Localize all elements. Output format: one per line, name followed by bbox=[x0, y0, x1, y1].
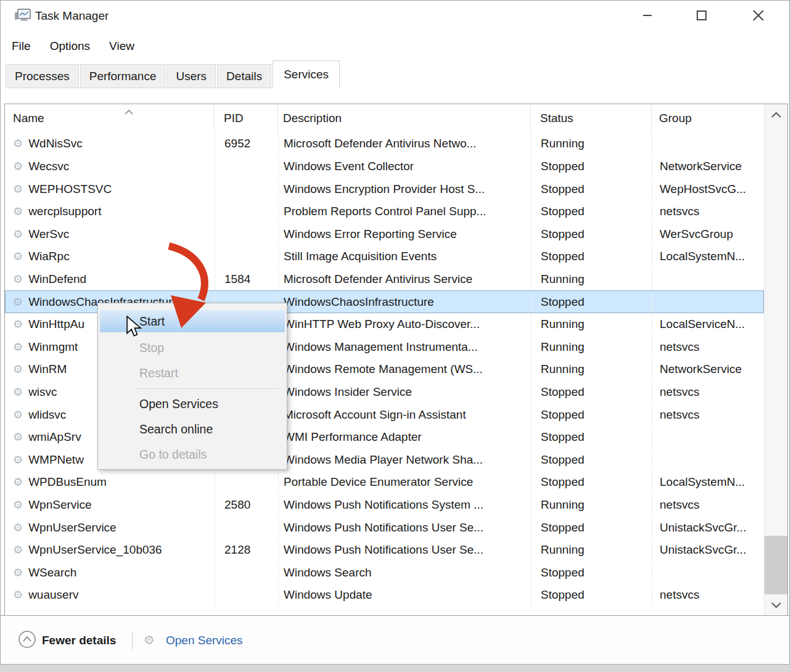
menu-bar: File Options View bbox=[12, 36, 134, 56]
service-description: Windows Error Reporting Service bbox=[279, 223, 531, 245]
service-row[interactable]: ⚙ WinDefend 1584 Microsoft Defender Anti… bbox=[5, 268, 764, 291]
minimize-button[interactable] bbox=[628, 1, 666, 30]
tab-performance[interactable]: Performance bbox=[80, 64, 166, 88]
context-menu-item-go-to-details[interactable]: Go to details bbox=[98, 442, 287, 467]
service-gear-icon: ⚙ bbox=[13, 229, 23, 240]
menubar-item-view[interactable]: View bbox=[109, 39, 134, 53]
service-row[interactable]: ⚙ WpnService 2580 Windows Push Notificat… bbox=[5, 494, 764, 517]
service-row[interactable]: ⚙ WEPHOSTSVC Windows Encryption Provider… bbox=[5, 178, 764, 200]
service-name: WpnUserService_10b036 bbox=[28, 543, 162, 557]
service-gear-icon: ⚙ bbox=[13, 342, 23, 353]
service-gear-icon: ⚙ bbox=[13, 432, 23, 443]
service-gear-icon: ⚙ bbox=[13, 454, 23, 465]
service-pid bbox=[215, 223, 279, 245]
context-menu-item-open-services[interactable]: Open Services bbox=[98, 391, 287, 417]
column-header-status[interactable]: Status bbox=[531, 104, 652, 133]
service-description: Windows Management Instrumenta... bbox=[279, 336, 531, 358]
context-menu-item-stop[interactable]: Stop bbox=[98, 335, 287, 361]
service-row[interactable]: ⚙ Wecsvc Windows Event Collector Stopped… bbox=[5, 155, 764, 178]
menubar-item-options[interactable]: Options bbox=[50, 39, 90, 53]
service-name: WiaRpc bbox=[28, 250, 70, 263]
service-status: Stopped bbox=[531, 201, 652, 223]
service-pid: 1584 bbox=[215, 269, 279, 290]
service-row[interactable]: ⚙ WPDBusEnum Portable Device Enumerator … bbox=[5, 471, 764, 494]
menubar-item-file[interactable]: File bbox=[12, 39, 31, 53]
service-group: LocalServiceN... bbox=[652, 314, 763, 335]
column-header-name[interactable]: Name bbox=[5, 104, 215, 133]
tab-processes[interactable]: Processes bbox=[6, 64, 79, 88]
task-manager-icon bbox=[14, 7, 31, 25]
open-services-link[interactable]: Open Services bbox=[166, 616, 243, 665]
service-group bbox=[652, 449, 763, 471]
service-pid bbox=[215, 156, 279, 178]
scrollbar-thumb[interactable] bbox=[764, 536, 787, 594]
service-description: Windows Remote Management (WS... bbox=[279, 359, 531, 380]
service-pid bbox=[215, 201, 279, 223]
maximize-button[interactable] bbox=[682, 1, 721, 30]
scroll-down-icon[interactable] bbox=[764, 597, 787, 613]
tab-details[interactable]: Details bbox=[217, 64, 271, 88]
open-services-gear-icon: ⚙ bbox=[144, 616, 155, 665]
vertical-scrollbar[interactable] bbox=[764, 104, 787, 615]
context-menu-item-restart[interactable]: Restart bbox=[98, 361, 287, 386]
service-group: netsvcs bbox=[652, 584, 763, 606]
service-gear-icon: ⚙ bbox=[13, 477, 23, 488]
chevron-up-circle-icon bbox=[18, 630, 36, 651]
service-name: WinDefend bbox=[28, 272, 86, 286]
service-group bbox=[652, 133, 763, 155]
service-gear-icon: ⚙ bbox=[13, 499, 23, 510]
service-group: LocalSystemN... bbox=[652, 246, 763, 268]
service-status: Stopped bbox=[531, 156, 652, 178]
fewer-details-button[interactable]: Fewer details bbox=[42, 616, 116, 665]
service-description: Windows Update bbox=[279, 584, 531, 606]
scroll-up-icon[interactable] bbox=[764, 107, 787, 123]
column-header-group[interactable]: Group bbox=[652, 104, 764, 133]
service-row[interactable]: ⚙ WpnUserService_10b036 2128 Windows Pus… bbox=[5, 539, 764, 562]
service-row[interactable]: ⚙ WiaRpc Still Image Acquisition Events … bbox=[5, 245, 764, 268]
context-menu-item-start[interactable]: Start bbox=[100, 310, 285, 332]
service-name: Winmgmt bbox=[28, 340, 78, 354]
service-row[interactable]: ⚙ WpnUserService Windows Push Notificati… bbox=[5, 516, 764, 539]
service-pid: 2128 bbox=[215, 539, 279, 561]
tab-services[interactable]: Services bbox=[273, 60, 340, 88]
service-description: Microsoft Defender Antivirus Netwo... bbox=[279, 133, 531, 155]
tab-users[interactable]: Users bbox=[166, 64, 216, 88]
column-header-description[interactable]: Description bbox=[278, 104, 531, 133]
title-bar: Task Manager bbox=[1, 1, 789, 31]
service-gear-icon: ⚙ bbox=[13, 387, 23, 398]
service-name: wuauserv bbox=[28, 588, 78, 602]
service-group: netsvcs bbox=[652, 201, 763, 223]
footer-divider bbox=[132, 632, 133, 649]
service-name: WinRM bbox=[28, 363, 67, 376]
service-gear-icon: ⚙ bbox=[13, 522, 23, 533]
service-description: Windows Media Player Network Sha... bbox=[279, 449, 531, 471]
context-menu: Start Stop Restart Open Services Search … bbox=[97, 303, 287, 470]
service-pid bbox=[215, 472, 279, 493]
service-row[interactable]: ⚙ wuauserv Windows Update Stopped netsvc… bbox=[5, 584, 764, 607]
service-group: netsvcs bbox=[652, 494, 763, 516]
service-name: wmiApSrv bbox=[28, 430, 81, 444]
screen: Task Manager File Options View bbox=[0, 0, 791, 672]
service-description: Windows Search bbox=[279, 562, 531, 584]
service-description: WindowsChaosInfrastructure bbox=[279, 291, 531, 313]
service-gear-icon: ⚙ bbox=[13, 251, 23, 262]
service-name: WdNisSvc bbox=[28, 137, 83, 150]
service-row[interactable]: ⚙ WdNisSvc 6952 Microsoft Defender Antiv… bbox=[5, 133, 764, 155]
close-button[interactable] bbox=[739, 1, 777, 30]
service-status: Running bbox=[531, 133, 652, 155]
service-description: Windows Encryption Provider Host S... bbox=[279, 178, 531, 200]
service-row[interactable]: ⚙ WSearch Windows Search Stopped bbox=[5, 562, 764, 584]
column-header-pid[interactable]: PID bbox=[215, 104, 278, 133]
service-status: Stopped bbox=[531, 246, 652, 268]
service-status: Stopped bbox=[531, 472, 652, 493]
service-status: Running bbox=[531, 336, 652, 358]
service-group: NetworkService bbox=[652, 359, 763, 380]
context-menu-item-search-online[interactable]: Search online bbox=[98, 417, 287, 442]
service-name: WinHttpAu bbox=[28, 318, 84, 331]
service-status: Stopped bbox=[531, 584, 652, 606]
service-status: Running bbox=[531, 494, 652, 516]
service-row[interactable]: ⚙ wercplsupport Problem Reports Control … bbox=[5, 200, 764, 223]
service-row[interactable]: ⚙ WerSvc Windows Error Reporting Service… bbox=[5, 223, 764, 245]
service-description: Windows Push Notifications System ... bbox=[279, 494, 531, 516]
service-group: WerSvcGroup bbox=[652, 223, 763, 245]
